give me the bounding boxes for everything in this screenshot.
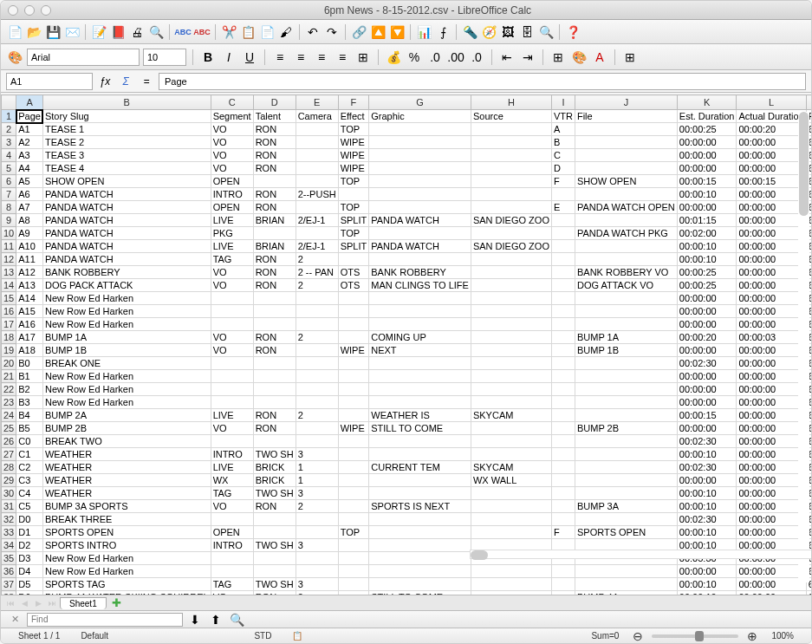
cell[interactable]: LIVE (211, 461, 253, 474)
cell[interactable] (369, 227, 471, 240)
cell[interactable]: A9 (16, 227, 43, 240)
cell[interactable]: OTS (338, 266, 369, 279)
column-header-L[interactable]: L (737, 95, 806, 110)
row-header[interactable]: 5 (2, 162, 16, 175)
cell[interactable] (253, 513, 296, 526)
cell[interactable]: PANDA WATCH (42, 201, 211, 214)
cell[interactable]: RON (253, 279, 296, 292)
cell[interactable]: RON (253, 500, 296, 513)
cell[interactable]: 3 (296, 539, 338, 552)
cell[interactable]: 2 (296, 279, 338, 292)
cell[interactable]: A12 (16, 266, 43, 279)
row-header[interactable]: 18 (2, 331, 16, 344)
cell[interactable]: TEASE 1 (42, 123, 211, 136)
cell[interactable] (471, 292, 551, 305)
cell[interactable] (471, 162, 551, 175)
formula-input[interactable] (159, 73, 806, 90)
navigator-icon[interactable]: 🧭 (480, 23, 497, 41)
cell[interactable] (296, 175, 338, 188)
row-header[interactable]: 15 (2, 292, 16, 305)
cell[interactable]: BUMP 2B (575, 422, 677, 435)
cell[interactable] (211, 565, 253, 578)
row-header[interactable]: 25 (2, 422, 16, 435)
cell[interactable] (369, 448, 471, 461)
column-header-B[interactable]: B (42, 95, 211, 110)
cell[interactable]: LIVE (211, 214, 253, 227)
cell[interactable] (338, 552, 369, 565)
cell[interactable]: 2 (296, 253, 338, 266)
cell[interactable]: 00:00:00 (677, 162, 737, 175)
new-document-icon[interactable]: 📄 (6, 23, 23, 41)
cell[interactable] (253, 383, 296, 396)
cell[interactable]: 00:00:00 (737, 435, 806, 448)
cell[interactable] (575, 448, 677, 461)
cell[interactable]: BREAK THREE (42, 513, 211, 526)
cell[interactable]: 00:00:00 (737, 565, 806, 578)
cell[interactable]: WIPE (338, 422, 369, 435)
cell[interactable] (296, 318, 338, 331)
row-header[interactable]: 9 (2, 214, 16, 227)
cell[interactable]: A3 (16, 149, 43, 162)
cell[interactable] (369, 370, 471, 383)
cell[interactable]: RON (253, 344, 296, 357)
cell[interactable]: F (551, 526, 575, 539)
datasource-icon[interactable]: 🗄 (518, 23, 536, 41)
row-header[interactable]: 22 (2, 383, 16, 396)
cell[interactable] (551, 253, 575, 266)
cell[interactable]: 00:00:20 (737, 123, 806, 136)
cell[interactable] (369, 162, 471, 175)
cell[interactable] (296, 422, 338, 435)
status-signature-icon[interactable]: 📋 (282, 631, 313, 641)
cell[interactable] (253, 435, 296, 448)
font-name-input[interactable] (27, 49, 140, 66)
cell[interactable]: A16 (16, 318, 43, 331)
cell[interactable]: 00:00:00 (737, 578, 806, 591)
cell[interactable]: 00:00:00 (737, 370, 806, 383)
merge-cells-icon[interactable]: ⊞ (354, 49, 372, 66)
cell[interactable] (551, 370, 575, 383)
cell[interactable]: VO (211, 331, 253, 344)
cell[interactable]: 00:00:10 (677, 526, 737, 539)
cell[interactable] (471, 383, 551, 396)
cell[interactable] (211, 396, 253, 409)
cell[interactable]: 2 (296, 409, 338, 422)
equals-icon[interactable]: = (138, 73, 155, 90)
cell[interactable]: 00:02:30 (677, 357, 737, 370)
decrease-indent-icon[interactable]: ⇤ (498, 49, 516, 66)
cell[interactable]: A5 (16, 175, 43, 188)
close-find-icon[interactable]: ✕ (6, 611, 23, 628)
minimize-window-button[interactable] (24, 5, 35, 16)
cell[interactable]: Talent (253, 110, 296, 123)
cell[interactable] (338, 188, 369, 201)
cell[interactable]: BANK ROBBERY (42, 266, 211, 279)
cell[interactable] (369, 201, 471, 214)
cell[interactable] (575, 487, 677, 500)
cell[interactable] (253, 370, 296, 383)
cell[interactable]: LIVE (211, 240, 253, 253)
vertical-scrollbar[interactable] (798, 112, 809, 582)
cell[interactable]: 2 -- PAN (296, 266, 338, 279)
cell[interactable]: WIPE (338, 136, 369, 149)
row-header[interactable]: 11 (2, 240, 16, 253)
add-sheet-icon[interactable]: ✚ (108, 596, 125, 609)
cell[interactable] (551, 396, 575, 409)
row-header[interactable]: 4 (2, 149, 16, 162)
cell[interactable]: D4 (16, 565, 43, 578)
cell[interactable] (575, 214, 677, 227)
cell[interactable]: WIPE (338, 149, 369, 162)
cell[interactable]: CURRENT TEM (369, 461, 471, 474)
cell[interactable] (575, 396, 677, 409)
column-header-E[interactable]: E (296, 95, 338, 110)
cell[interactable] (253, 175, 296, 188)
cell[interactable] (296, 435, 338, 448)
cell[interactable]: B1 (16, 370, 43, 383)
cell[interactable] (471, 357, 551, 370)
cell[interactable] (253, 292, 296, 305)
cell[interactable]: PANDA WATCH (42, 240, 211, 253)
currency-icon[interactable]: 💰 (385, 49, 402, 66)
cell[interactable]: 00:00:00 (737, 279, 806, 292)
redo-icon[interactable]: ↷ (323, 23, 341, 41)
cell[interactable] (551, 474, 575, 487)
cell[interactable]: SPORTS INTRO (42, 539, 211, 552)
cell[interactable]: PANDA WATCH PKG (575, 227, 677, 240)
